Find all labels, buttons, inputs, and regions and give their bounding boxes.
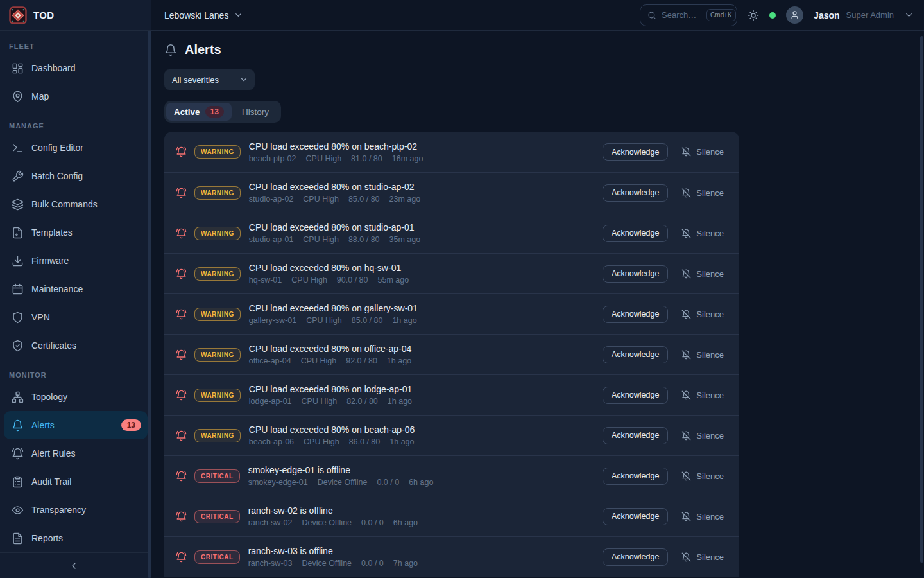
sidebar-collapse-button[interactable] bbox=[0, 552, 148, 578]
calendar-icon bbox=[12, 283, 24, 295]
acknowledge-button[interactable]: Acknowledge bbox=[603, 346, 668, 363]
bell-ring-icon bbox=[176, 471, 187, 482]
org-switcher[interactable]: Lebowski Lanes bbox=[164, 10, 243, 21]
bell-ring-icon bbox=[176, 188, 187, 198]
severity-filter-select[interactable]: All severities bbox=[164, 69, 255, 90]
sidebar-item-config-editor[interactable]: Config Editor bbox=[4, 134, 148, 162]
acknowledge-button[interactable]: Acknowledge bbox=[603, 387, 668, 404]
severity-badge: CRITICAL bbox=[194, 510, 240, 523]
sidebar-item-label: Config Editor bbox=[31, 143, 83, 153]
alert-row: CRITICAL smokey-edge-01 is offline smoke… bbox=[164, 455, 739, 496]
sidebar-item-map[interactable]: Map bbox=[4, 82, 148, 110]
alert-time: 16m ago bbox=[392, 154, 424, 163]
silence-button[interactable]: Silence bbox=[681, 310, 724, 319]
silence-button[interactable]: Silence bbox=[681, 552, 724, 562]
severity-badge: WARNING bbox=[194, 429, 241, 442]
page-header: Alerts bbox=[164, 42, 924, 57]
silence-button[interactable]: Silence bbox=[681, 188, 724, 198]
silence-label: Silence bbox=[696, 229, 724, 238]
alert-rule: CPU High bbox=[303, 195, 339, 204]
sidebar-item-bulk-commands[interactable]: Bulk Commands bbox=[4, 190, 148, 218]
silence-label: Silence bbox=[696, 350, 724, 360]
sidebar-item-templates[interactable]: Templates bbox=[4, 218, 148, 247]
sidebar-item-maintenance[interactable]: Maintenance bbox=[4, 275, 148, 303]
bell-off-icon bbox=[681, 350, 691, 360]
acknowledge-button[interactable]: Acknowledge bbox=[603, 427, 668, 444]
alert-text: CPU load exceeded 80% on gallery-sw-01 g… bbox=[249, 303, 603, 325]
silence-label: Silence bbox=[696, 390, 724, 400]
acknowledge-button[interactable]: Acknowledge bbox=[603, 225, 668, 242]
sidebar-item-transparency[interactable]: Transparency bbox=[4, 496, 148, 524]
alert-meta: studio-ap-02 CPU High 85.0 / 80 23m ago bbox=[249, 195, 603, 204]
silence-button[interactable]: Silence bbox=[681, 147, 724, 157]
tab-history[interactable]: History bbox=[232, 103, 279, 121]
bell-off-icon bbox=[681, 512, 691, 521]
acknowledge-button[interactable]: Acknowledge bbox=[603, 548, 668, 566]
silence-button[interactable]: Silence bbox=[681, 471, 724, 481]
alert-value: 81.0 / 80 bbox=[351, 154, 382, 163]
silence-button[interactable]: Silence bbox=[681, 229, 724, 238]
sidebar-item-label: Alert Rules bbox=[31, 448, 75, 459]
alert-row: WARNING CPU load exceeded 80% on gallery… bbox=[164, 293, 739, 334]
acknowledge-button[interactable]: Acknowledge bbox=[603, 143, 668, 161]
severity-filter-value: All severities bbox=[172, 75, 234, 85]
acknowledge-button[interactable]: Acknowledge bbox=[603, 184, 668, 202]
silence-button[interactable]: Silence bbox=[681, 269, 724, 279]
alert-text: smokey-edge-01 is offline smokey-edge-01… bbox=[248, 465, 603, 487]
sidebar-item-firmware[interactable]: Firmware bbox=[4, 247, 148, 275]
alert-value: 85.0 / 80 bbox=[348, 195, 380, 204]
tab-active-label: Active bbox=[174, 107, 200, 117]
sidebar-item-audit-trail[interactable]: Audit Trail bbox=[4, 468, 148, 496]
silence-button[interactable]: Silence bbox=[681, 512, 724, 521]
sidebar-item-label: Reports bbox=[31, 533, 63, 543]
sidebar-item-alert-rules[interactable]: Alert Rules bbox=[4, 439, 148, 468]
alert-text: ranch-sw-03 is offline ranch-sw-03 Devic… bbox=[248, 546, 603, 568]
sidebar-item-topology[interactable]: Topology bbox=[4, 383, 148, 411]
silence-label: Silence bbox=[696, 147, 724, 157]
sidebar-item-batch-config[interactable]: Batch Config bbox=[4, 162, 148, 190]
silence-button[interactable]: Silence bbox=[681, 431, 724, 441]
alert-value: 88.0 / 80 bbox=[348, 235, 380, 244]
search-box[interactable]: Cmd+K bbox=[640, 4, 737, 26]
sidebar-item-dashboard[interactable]: Dashboard bbox=[4, 54, 148, 82]
chevron-down-icon[interactable] bbox=[904, 10, 914, 20]
sidebar-item-vpn[interactable]: VPN bbox=[4, 303, 148, 331]
silence-button[interactable]: Silence bbox=[681, 350, 724, 360]
sidebar-item-label: Topology bbox=[31, 392, 67, 402]
alert-title: CPU load exceeded 80% on office-ap-04 bbox=[249, 344, 603, 354]
search-shortcut-badge: Cmd+K bbox=[706, 9, 736, 21]
acknowledge-button[interactable]: Acknowledge bbox=[603, 306, 668, 323]
bell-off-icon bbox=[681, 390, 691, 400]
silence-button[interactable]: Silence bbox=[681, 390, 724, 400]
sun-icon[interactable] bbox=[748, 10, 759, 21]
search-input[interactable] bbox=[662, 10, 701, 20]
download-icon bbox=[12, 255, 24, 267]
bell-ring-icon bbox=[176, 511, 187, 522]
acknowledge-button[interactable]: Acknowledge bbox=[603, 265, 668, 283]
sidebar-scrollbar[interactable] bbox=[148, 31, 151, 578]
alert-device: studio-ap-02 bbox=[249, 195, 294, 204]
bell-off-icon bbox=[681, 310, 691, 319]
alert-row: WARNING CPU load exceeded 80% on office-… bbox=[164, 334, 739, 374]
sidebar-item-alerts[interactable]: Alerts 13 bbox=[4, 411, 148, 439]
alert-title: ranch-sw-03 is offline bbox=[248, 546, 603, 556]
org-name: Lebowski Lanes bbox=[164, 10, 228, 21]
user-icon bbox=[790, 10, 800, 20]
alert-rule: Device Offline bbox=[302, 559, 352, 568]
alert-device: gallery-sw-01 bbox=[249, 316, 296, 325]
acknowledge-button[interactable]: Acknowledge bbox=[603, 508, 668, 525]
network-icon bbox=[12, 391, 24, 403]
bell-off-icon bbox=[681, 552, 691, 562]
avatar[interactable] bbox=[786, 6, 803, 24]
sidebar-item-label: Audit Trail bbox=[31, 477, 71, 487]
tab-active[interactable]: Active 13 bbox=[166, 103, 232, 121]
alert-meta: lodge-ap-01 CPU High 82.0 / 80 1h ago bbox=[249, 397, 603, 406]
alert-meta: ranch-sw-02 Device Offline 0.0 / 0 6h ag… bbox=[248, 518, 603, 527]
nav-section-monitor: Monitor bbox=[4, 371, 148, 379]
nav-section-manage: Manage bbox=[4, 122, 148, 130]
alert-text: CPU load exceeded 80% on hq-sw-01 hq-sw-… bbox=[249, 263, 603, 285]
page-scrollbar[interactable] bbox=[920, 36, 923, 563]
sidebar-item-certificates[interactable]: Certificates bbox=[4, 331, 148, 360]
acknowledge-button[interactable]: Acknowledge bbox=[603, 468, 668, 485]
sidebar-item-reports[interactable]: Reports bbox=[4, 524, 148, 552]
